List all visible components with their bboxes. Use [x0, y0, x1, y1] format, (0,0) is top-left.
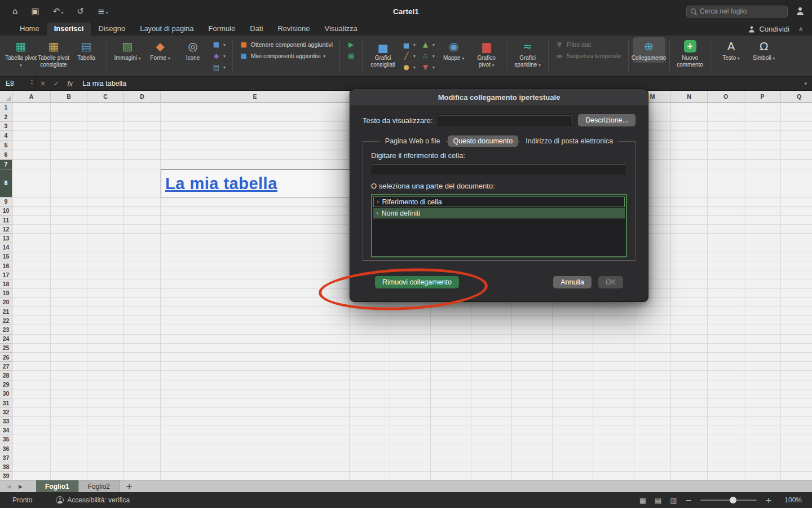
row-header-30[interactable]: 30: [0, 389, 12, 398]
forme-button[interactable]: ◆Forme ▾: [144, 37, 176, 63]
row-header-28[interactable]: 28: [0, 371, 12, 380]
dialog-title[interactable]: Modifica collegamento ipertestuale: [350, 89, 648, 106]
select-all-corner[interactable]: [0, 91, 12, 103]
save-icon[interactable]: ▣: [32, 7, 39, 16]
row-header-5[interactable]: 5: [0, 141, 12, 150]
cell-e8-hyperlink[interactable]: La mia tabella: [165, 174, 277, 193]
row-header-11[interactable]: 11: [0, 216, 12, 225]
row-header-31[interactable]: 31: [0, 398, 12, 408]
sheet-tab-foglio1[interactable]: Foglio1: [36, 480, 79, 492]
row-header-34[interactable]: 34: [0, 426, 12, 435]
cell-e8[interactable]: La mia tabella: [161, 169, 350, 198]
column-chart-button[interactable]: ▅▾: [400, 40, 417, 49]
page-break-view-icon[interactable]: ▥: [670, 496, 677, 505]
immagini-button[interactable]: ▨Immagini ▾: [111, 37, 144, 63]
zoom-slider-thumb[interactable]: [730, 497, 736, 503]
row-header-39[interactable]: 39: [0, 472, 12, 480]
sheet-tab-foglio2[interactable]: Foglio2: [79, 480, 120, 492]
dialog-tab-questo-documento[interactable]: Questo documento: [448, 135, 519, 147]
cancel-entry-icon[interactable]: ×: [40, 80, 46, 87]
dialog-tab-pagina-web-o-file[interactable]: Pagina Web o file: [379, 135, 446, 147]
row-header-38[interactable]: 38: [0, 462, 12, 471]
redo-icon[interactable]: ↺: [77, 7, 84, 16]
row-header-22[interactable]: 22: [0, 316, 12, 325]
row-header-37[interactable]: 37: [0, 453, 12, 462]
column-header-a[interactable]: A: [12, 91, 51, 103]
mappe-button[interactable]: ◉Mappe ▾: [438, 37, 470, 63]
row-header-17[interactable]: 17: [0, 270, 12, 279]
row-header-6[interactable]: 6: [0, 150, 12, 160]
row-header-25[interactable]: 25: [0, 344, 12, 353]
confirm-entry-icon[interactable]: ✓: [54, 80, 59, 87]
row-header-21[interactable]: 21: [0, 307, 12, 316]
row-header-18[interactable]: 18: [0, 279, 12, 288]
prev-sheet-icon[interactable]: ◀: [7, 484, 11, 489]
ribbon-tab-dati[interactable]: Dati: [242, 22, 270, 36]
row-header-35[interactable]: 35: [0, 435, 12, 444]
testo-button[interactable]: ATesto ▾: [715, 37, 748, 63]
customize-toolbar-icon[interactable]: ≡▾: [98, 7, 108, 16]
row-header-33[interactable]: 33: [0, 417, 12, 426]
row-header-4[interactable]: 4: [0, 131, 12, 141]
search-box[interactable]: [686, 6, 788, 17]
collapse-ribbon-icon[interactable]: ∧: [798, 25, 803, 33]
search-input[interactable]: [700, 7, 787, 15]
display-text-input[interactable]: [437, 115, 573, 126]
row-header-2[interactable]: 2: [0, 112, 12, 122]
row-header-20[interactable]: 20: [0, 298, 12, 307]
zoom-in-icon[interactable]: +: [765, 496, 772, 505]
row-header-12[interactable]: 12: [0, 225, 12, 234]
zoom-level[interactable]: 100%: [780, 496, 802, 504]
power-bi-button[interactable]: ▶: [345, 40, 357, 49]
normal-view-icon[interactable]: ▦: [639, 496, 646, 505]
disclosure-chevron-icon[interactable]: ›: [377, 198, 379, 205]
account-icon[interactable]: [796, 7, 804, 15]
ribbon-tab-home[interactable]: Home: [12, 22, 47, 36]
formula-value[interactable]: La mia tabella: [82, 80, 126, 87]
row-header-36[interactable]: 36: [0, 444, 12, 453]
screenshot-button[interactable]: ▤▾: [210, 63, 227, 72]
description-button[interactable]: Descrizione...: [578, 114, 636, 126]
tree-item-nomi-definiti[interactable]: ›Nomi definiti: [373, 208, 625, 218]
3d-models-button[interactable]: ■▾: [210, 40, 227, 49]
next-sheet-icon[interactable]: ▶: [19, 484, 23, 489]
ribbon-tab-visualizza[interactable]: Visualizza: [317, 22, 364, 36]
row-header-29[interactable]: 29: [0, 380, 12, 389]
ribbon-tab-disegno[interactable]: Disegno: [91, 22, 133, 36]
simboli-button[interactable]: ΩSimboli ▾: [748, 37, 780, 63]
waterfall-chart-button[interactable]: ▼▾: [420, 63, 436, 72]
nuovo-commento-button[interactable]: +Nuovo commento: [674, 37, 707, 69]
column-header-q[interactable]: Q: [781, 91, 812, 103]
line-chart-button[interactable]: ╱▾: [400, 51, 417, 60]
ribbon-tab-inserisci[interactable]: Inserisci: [47, 22, 91, 36]
ok-button[interactable]: OK: [598, 276, 623, 288]
row-header-13[interactable]: 13: [0, 234, 12, 243]
row-header-27[interactable]: 27: [0, 362, 12, 371]
zoom-out-icon[interactable]: −: [686, 496, 692, 505]
ribbon-tab-layout-di-pagina[interactable]: Layout di pagina: [133, 22, 201, 36]
page-layout-view-icon[interactable]: ▤: [655, 496, 661, 505]
area-chart-button[interactable]: ▲▾: [420, 40, 436, 49]
column-header-o[interactable]: O: [708, 91, 744, 103]
get-addins-button[interactable]: ■Ottenere componenti aggiuntivi: [238, 40, 334, 49]
undo-icon[interactable]: ↶▾: [53, 7, 64, 16]
add-sheet-button[interactable]: +: [120, 480, 139, 492]
pie-chart-button[interactable]: ●▾: [400, 63, 417, 72]
row-header-1[interactable]: 1: [0, 103, 12, 112]
column-header-e[interactable]: E: [161, 91, 350, 103]
ribbon-tab-formule[interactable]: Formule: [201, 22, 243, 36]
row-header-26[interactable]: 26: [0, 353, 12, 362]
row-header-8[interactable]: 8: [0, 169, 12, 198]
collegamento-button[interactable]: ⊕Collegamento: [633, 37, 665, 63]
ribbon-tab-revisione[interactable]: Revisione: [270, 22, 317, 36]
row-header-14[interactable]: 14: [0, 243, 12, 252]
expand-formula-bar-icon[interactable]: ▾: [804, 81, 807, 86]
tabelle-pivot-consigliate-button[interactable]: ▦Tabelle pivot consigliate: [37, 37, 70, 69]
zoom-slider[interactable]: [700, 500, 757, 501]
row-header-32[interactable]: 32: [0, 408, 12, 417]
row-header-10[interactable]: 10: [0, 207, 12, 216]
row-header-23[interactable]: 23: [0, 325, 12, 334]
column-header-p[interactable]: P: [744, 91, 781, 103]
icone-button[interactable]: ◎Icone: [176, 37, 209, 63]
row-header-3[interactable]: 3: [0, 122, 12, 132]
